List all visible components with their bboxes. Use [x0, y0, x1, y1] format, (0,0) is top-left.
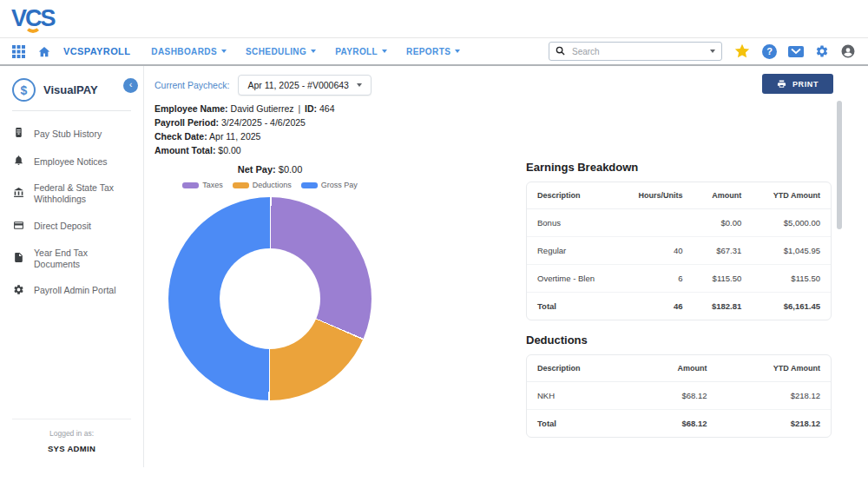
legend-item-deductions: Deductions [233, 181, 292, 189]
vcs-logo-swoosh [24, 24, 42, 33]
table-header-row: DescriptionAmountYTD Amount [527, 355, 831, 382]
table-cell: $0.00 [694, 209, 753, 237]
main-panel: Current Paycheck: Apr 11, 2025 - #V00064… [144, 66, 868, 467]
home-icon[interactable] [37, 45, 51, 58]
card-icon [13, 220, 24, 234]
table-cell: $5,000.00 [752, 209, 831, 237]
payroll-period-line: Payroll Period: 3/24/2025 - 4/6/2025 [155, 117, 856, 128]
table-cell: $67.31 [694, 237, 753, 265]
table-cell [617, 209, 693, 237]
table-row: Regular40$67.31$1,045.95 [527, 237, 831, 265]
sidebar-item-label: Employee Notices [34, 156, 108, 168]
column-header: Amount [694, 182, 753, 209]
profile-avatar-icon[interactable] [840, 43, 856, 59]
sidebar-item-label: Direct Deposit [34, 221, 91, 232]
deductions-table-wrap: DescriptionAmountYTD AmountNKH$68.12$218… [526, 354, 832, 438]
nav-menu-dashboards[interactable]: DASHBOARDS [151, 47, 227, 56]
table-header-row: DescriptionHours/UnitsAmountYTD Amount [527, 182, 831, 209]
table-cell: $1,045.95 [752, 237, 831, 265]
sidebar-item-direct-deposit[interactable]: Direct Deposit [0, 213, 143, 241]
legend-label: Gross Pay [321, 181, 358, 189]
search-dropdown-caret[interactable] [710, 50, 715, 53]
paystub-icon [13, 127, 24, 141]
scrollbar-track[interactable] [837, 76, 842, 441]
admin-icon [13, 284, 24, 298]
brand-vcspayroll[interactable]: VCSPAYROLL [63, 46, 130, 56]
legend-swatch [233, 182, 249, 188]
amount-total-line: Amount Total: $0.00 [155, 145, 856, 155]
earnings-table: DescriptionHours/UnitsAmountYTD AmountBo… [527, 182, 831, 320]
table-cell: $218.12 [718, 410, 832, 438]
help-icon[interactable]: ? [762, 44, 777, 59]
column-header: Amount [634, 355, 718, 382]
logged-in-label: Logged in as: [12, 429, 131, 438]
visualpay-dollar-icon: $ [12, 78, 36, 102]
legend-item-taxes: Taxes [182, 181, 223, 189]
nav-menu-scheduling[interactable]: SCHEDULING [246, 47, 316, 56]
net-pay-title: Net Pay: $0.00 [155, 164, 385, 175]
search-icon [556, 43, 565, 59]
column-header: Description [527, 182, 617, 209]
table-cell: Bonus [527, 209, 617, 237]
sidebar-divider [12, 110, 131, 111]
table-total-row: Total$68.12$218.12 [527, 410, 831, 438]
document-icon [13, 252, 24, 266]
printer-icon [777, 79, 786, 89]
mail-icon[interactable] [788, 46, 804, 57]
sidebar-item-pay-stub-history[interactable]: Pay Stub History [0, 120, 143, 148]
column-header: YTD Amount [752, 182, 831, 209]
table-cell: Regular [527, 237, 617, 265]
sidebar-collapse-button[interactable]: ‹ [123, 78, 138, 93]
scrollbar-thumb[interactable] [837, 101, 842, 229]
nav-menu-payroll[interactable]: PAYROLL [335, 47, 387, 56]
chart-legend: TaxesDeductionsGross Pay [155, 181, 385, 189]
search-input[interactable] [570, 46, 705, 57]
table-cell: $115.50 [694, 265, 753, 293]
sidebar-item-label: Payroll Admin Portal [34, 285, 116, 296]
top-navbar: VCSPAYROLL DASHBOARDSSCHEDULINGPAYROLLRE… [0, 38, 868, 66]
sidebar: $ VisualPAY ‹ Pay Stub HistoryEmployee N… [0, 66, 144, 467]
table-cell: Total [527, 293, 617, 320]
nav-menus: DASHBOARDSSCHEDULINGPAYROLLREPORTS [151, 47, 460, 56]
sidebar-item-employee-notices[interactable]: Employee Notices [0, 148, 143, 175]
sidebar-footer: Logged in as: SYS ADMIN [0, 419, 143, 467]
chart-column: Net Pay: $0.00 TaxesDeductionsGross Pay [155, 159, 519, 451]
chevron-down-icon [455, 50, 460, 53]
table-cell: $68.12 [634, 410, 718, 438]
app-grid-icon[interactable] [12, 45, 25, 58]
logged-in-user: SYS ADMIN [12, 444, 131, 453]
earnings-breakdown-title: Earnings Breakdown [526, 161, 832, 174]
sidebar-item-year-end-tax-documents[interactable]: Year End Tax Documents [0, 241, 143, 277]
netpay-donut-chart [168, 197, 372, 400]
tables-column: Earnings Breakdown DescriptionHours/Unit… [526, 159, 832, 451]
sidebar-item-federal-state-tax-withholdings[interactable]: Federal & State Tax Withholdings [0, 175, 143, 212]
bank-icon [13, 187, 24, 201]
vcs-logo[interactable]: VCS [11, 7, 55, 30]
table-cell: $182.81 [694, 293, 753, 320]
print-button[interactable]: PRINT [762, 74, 833, 94]
paycheck-selector[interactable]: Apr 11, 2025 - #V000643 [238, 75, 372, 96]
favorites-star-icon[interactable] [733, 43, 751, 60]
sidebar-footer-divider [12, 419, 131, 419]
nav-menu-reports[interactable]: REPORTS [406, 47, 460, 56]
legend-item-gross-pay: Gross Pay [301, 181, 358, 189]
settings-gear-icon[interactable] [815, 44, 829, 58]
table-cell: $115.50 [752, 265, 831, 293]
sidebar-items: Pay Stub HistoryEmployee NoticesFederal … [0, 116, 143, 308]
table-row: Overtime - Blen6$115.50$115.50 [527, 265, 831, 293]
sidebar-item-payroll-admin-portal[interactable]: Payroll Admin Portal [0, 277, 143, 305]
chevron-down-icon [382, 50, 387, 53]
column-header: Description [527, 355, 634, 382]
table-row: NKH$68.12$218.12 [527, 382, 831, 410]
employee-name-line: Employee Name: David Gutierrez | ID: 464 [155, 103, 856, 114]
search-box [549, 42, 722, 61]
table-cell: Total [527, 410, 634, 438]
column-header: YTD Amount [718, 355, 832, 382]
content-area: $ VisualPAY ‹ Pay Stub HistoryEmployee N… [0, 66, 868, 467]
deductions-title: Deductions [526, 333, 832, 347]
bell-icon [13, 155, 24, 168]
chevron-down-icon [311, 50, 316, 53]
check-date-line: Check Date: Apr 11, 2025 [155, 131, 856, 142]
chevron-down-icon [357, 83, 362, 87]
legend-swatch [182, 182, 199, 188]
